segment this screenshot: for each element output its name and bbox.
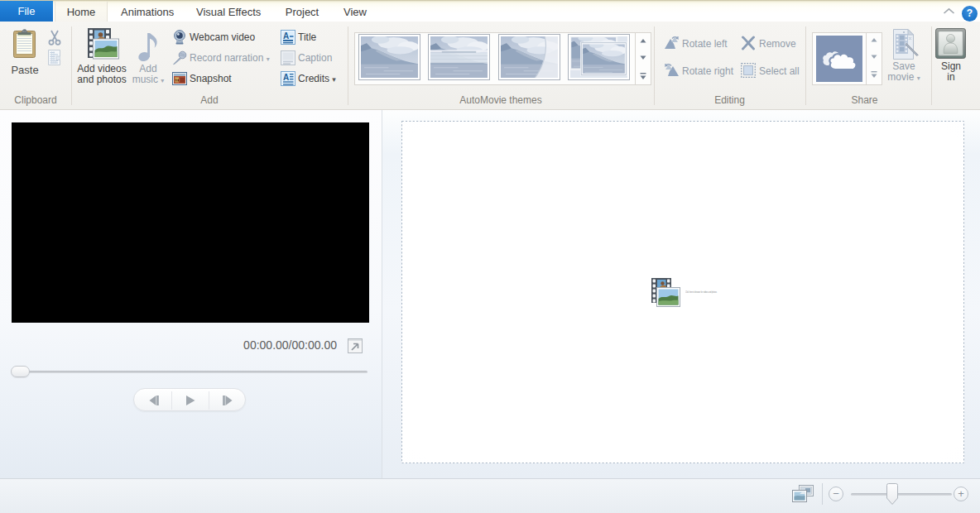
svg-text:A: A	[283, 31, 289, 41]
svg-text:A: A	[283, 73, 289, 82]
svg-text:Click here to browse for video: Click here to browse for videos and phot…	[685, 290, 717, 294]
